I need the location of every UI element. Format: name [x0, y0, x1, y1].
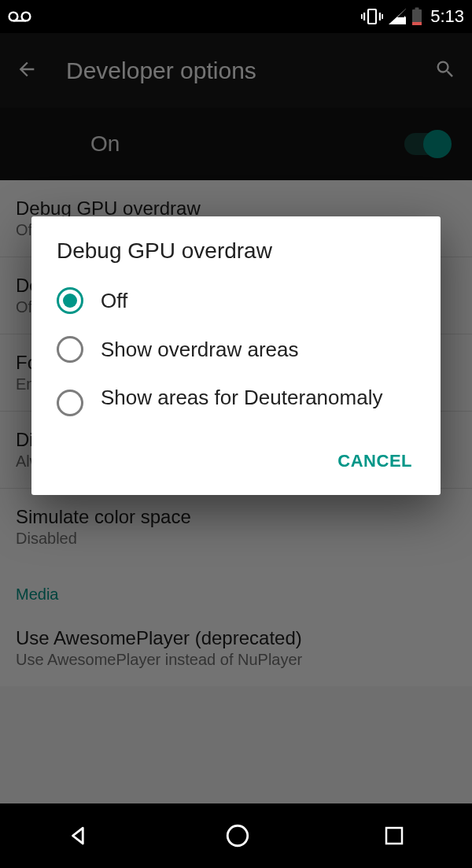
status-bar: 5:13	[0, 0, 472, 33]
svg-rect-12	[415, 8, 419, 10]
svg-rect-7	[382, 14, 383, 19]
radio-label: Show areas for Deuteranomaly	[101, 385, 382, 411]
radio-option-deuteranomaly[interactable]: Show areas for Deuteranomaly	[31, 374, 441, 427]
svg-rect-15	[386, 828, 402, 844]
cancel-button[interactable]: Cancel	[328, 445, 422, 478]
status-time: 5:13	[430, 6, 464, 27]
radio-label: Show overdraw areas	[101, 337, 298, 363]
settings-screen: Developer options On Debug GPU overdraw …	[0, 33, 472, 803]
voicemail-icon	[8, 10, 31, 23]
dialog-scrim[interactable]: Debug GPU overdraw Off Show overdraw are…	[0, 33, 472, 803]
radio-icon	[57, 390, 83, 416]
radio-icon	[57, 336, 83, 363]
signal-icon	[388, 8, 407, 25]
navigation-bar	[0, 803, 472, 868]
radio-option-overdraw[interactable]: Show overdraw areas	[31, 325, 441, 374]
svg-rect-13	[412, 22, 422, 25]
svg-rect-10	[404, 23, 406, 24]
radio-label: Off	[101, 288, 127, 314]
dialog: Debug GPU overdraw Off Show overdraw are…	[31, 216, 441, 495]
svg-rect-6	[379, 13, 381, 20]
svg-rect-3	[368, 9, 376, 24]
svg-point-1	[22, 13, 31, 21]
battery-icon	[411, 7, 422, 26]
svg-point-0	[9, 13, 18, 21]
dialog-title: Debug GPU overdraw	[31, 238, 441, 276]
nav-home-icon[interactable]	[224, 822, 251, 849]
radio-icon	[57, 287, 83, 314]
svg-rect-4	[363, 13, 365, 20]
nav-back-icon[interactable]	[66, 822, 93, 849]
nav-recents-icon[interactable]	[382, 824, 406, 848]
radio-option-off[interactable]: Off	[31, 276, 441, 325]
svg-rect-5	[361, 14, 363, 19]
svg-point-14	[227, 826, 248, 846]
vibrate-icon	[361, 8, 383, 25]
